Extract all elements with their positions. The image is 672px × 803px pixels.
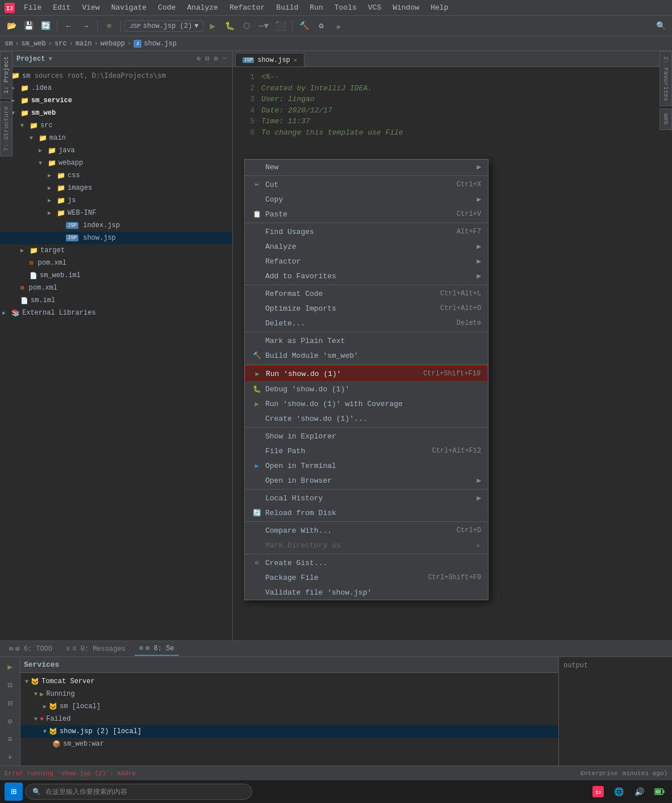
tree-item-smwebiml[interactable]: 📄 sm_web.iml [0, 269, 232, 282]
ctx-find-usages[interactable]: Find Usages Alt+F7 [245, 224, 488, 239]
panel-title-arrow[interactable]: ▼ [48, 56, 52, 62]
menu-run[interactable]: Run [305, 2, 327, 13]
toolbar-bookmark-btn[interactable]: ⊕ [101, 18, 117, 34]
tree-item-css[interactable]: ▶ 📁 css [0, 169, 232, 182]
tree-item-sm-root[interactable]: ▼ 📁 sm sources root, D:\IdeaProjects\sm [0, 69, 232, 82]
search-everywhere-btn[interactable]: 🔍 [653, 18, 669, 34]
tree-item-js[interactable]: ▶ 📁 js [0, 194, 232, 207]
menu-file[interactable]: File [19, 2, 46, 13]
settings-btn[interactable]: ⚙ [313, 18, 329, 34]
ctx-cut[interactable]: ✂ Cut Ctrl+X [245, 177, 488, 192]
menu-window[interactable]: Window [388, 2, 424, 13]
tree-item-idea[interactable]: ▶ 📁 .idea [0, 82, 232, 94]
tree-item-extlibs[interactable]: ▶ 📚 External Libraries [0, 307, 232, 319]
menu-navigate[interactable]: Navigate [107, 2, 151, 13]
ctx-open-browser[interactable]: Open in Browser ▶ [245, 473, 488, 488]
taskbar-icon-network[interactable]: 🌐 [611, 784, 627, 800]
menu-refactor[interactable]: Refactor [225, 2, 269, 13]
breadcrumb-smweb[interactable]: sm_web [22, 40, 46, 48]
tree-item-java[interactable]: ▶ 📁 java [0, 144, 232, 157]
left-tab-structure[interactable]: 7: Structure [0, 101, 12, 156]
tree-item-pomxml-smweb[interactable]: m pom.xml [0, 257, 232, 269]
locate-btn[interactable]: ⊕ [195, 53, 202, 64]
bottom-tab-messages[interactable]: ≡ ≡ 0: Messages [61, 642, 130, 656]
tree-item-smiml[interactable]: 📄 sm.iml [0, 294, 232, 307]
ctx-compare-with[interactable]: Compare With... Ctrl+D [245, 523, 488, 538]
minimize-btn[interactable]: — [222, 53, 228, 64]
ctx-local-history[interactable]: Local History ▶ [245, 491, 488, 505]
tree-item-sm-service[interactable]: ▶ 📁 sm_service [0, 94, 232, 107]
taskbar-start-btn[interactable]: ⊞ [5, 783, 23, 801]
srv-item-running[interactable]: ▼ ▶ Running [20, 688, 558, 700]
tree-item-main[interactable]: ▼ 📁 main [0, 132, 232, 144]
ctx-open-terminal[interactable]: ▶ Open in Terminal [245, 458, 488, 473]
menu-help[interactable]: Help [426, 2, 453, 13]
srv-filter-btn[interactable]: ⊙ [2, 713, 18, 729]
menu-vcs[interactable]: VCS [364, 2, 386, 13]
tab-close-btn[interactable]: ✕ [294, 57, 297, 64]
breadcrumb-src[interactable]: src [55, 40, 67, 48]
toolbar-save-btn[interactable]: 💾 [20, 18, 36, 34]
tree-item-webapp[interactable]: ▼ 📁 webapp [0, 157, 232, 169]
coverage-btn[interactable]: ⬡ [239, 18, 254, 34]
toolbar-forward-btn[interactable]: → [78, 18, 94, 34]
srv-collapse-btn[interactable]: ⊟ [2, 696, 18, 712]
srv-item-sm-local[interactable]: ▶ 🐱 sm [local] [20, 700, 558, 713]
bottom-tab-todo[interactable]: ⊞ ⊞ 6: TODO [5, 642, 57, 656]
menu-code[interactable]: Code [153, 2, 180, 13]
srv-stop-all-btn[interactable]: ⊡ [2, 677, 18, 693]
left-tab-project[interactable]: 1: Project [0, 51, 12, 99]
ctx-validate-file[interactable]: Validate file 'show.jsp' [245, 585, 488, 600]
run-config-dropdown[interactable]: JSP show.jsp (2) ▼ [124, 20, 203, 32]
breadcrumb-sm[interactable]: sm [5, 40, 12, 48]
ctx-refactor[interactable]: Refactor ▶ [245, 254, 488, 269]
srv-item-smwebwar[interactable]: 📦 sm_web:war [20, 738, 558, 750]
tree-item-sm-web[interactable]: ▼ 📁 sm_web [0, 107, 232, 119]
ctx-paste[interactable]: 📋 Paste Ctrl+V [245, 207, 488, 221]
toolbar-back-btn[interactable]: ← [61, 18, 77, 34]
ctx-reformat[interactable]: Reformat Code Ctrl+Alt+L [245, 286, 488, 301]
srv-item-showjsp2[interactable]: ▼ 🐱 show.jsp (2) [local] [20, 725, 558, 738]
ctx-run-show[interactable]: ▶ Run 'show.do (1)' Ctrl+Shift+F10 [245, 366, 488, 382]
collapse-btn[interactable]: ⊟ [204, 53, 210, 64]
build-btn[interactable]: 🔨 [296, 18, 312, 34]
ctx-copy[interactable]: Copy ▶ [245, 192, 488, 207]
taskbar-search[interactable]: 🔍 在这里输入你要搜索的内容 [25, 784, 252, 800]
tree-item-target[interactable]: ▶ 📁 target [0, 244, 232, 257]
ctx-show-explorer[interactable]: Show in Explorer [245, 429, 488, 444]
srv-item-tomcat[interactable]: ▼ 🐱 Tomcat Server [20, 675, 558, 688]
breadcrumb-webapp[interactable]: webapp [101, 40, 125, 48]
srv-item-failed[interactable]: ▼ ● Failed [20, 713, 558, 725]
menu-tools[interactable]: Tools [330, 2, 361, 13]
tree-item-showjsp[interactable]: JSP show.jsp [0, 232, 232, 244]
menu-view[interactable]: View [77, 2, 104, 13]
editor-tab-showjsp[interactable]: JSP show.jsp ✕ [235, 53, 304, 66]
srv-add-btn[interactable]: + [2, 750, 18, 766]
tree-item-pomxml-sm[interactable]: m pom.xml [0, 282, 232, 294]
bottom-tab-services[interactable]: ⊙ ⊙ 8: Se [135, 642, 179, 656]
ctx-reload-disk[interactable]: 🔄 Reload from Disk [245, 505, 488, 520]
sdk-btn[interactable]: ☕ [330, 18, 346, 34]
srv-run-btn[interactable]: ▶ [2, 659, 18, 675]
debug-btn[interactable]: 🐛 [222, 18, 237, 34]
gear-btn[interactable]: ⚙ [213, 53, 219, 64]
ctx-mark-directory[interactable]: Mark Directory as ▶ [245, 538, 488, 553]
ctx-add-favorites[interactable]: Add to Favorites ▶ [245, 269, 488, 283]
taskbar-icon-sound[interactable]: 🔊 [631, 784, 647, 800]
ctx-analyze[interactable]: Analyze ▶ [245, 239, 488, 254]
ctx-create-show[interactable]: Create 'show.do (1)'... [245, 411, 488, 426]
menu-build[interactable]: Build [272, 2, 303, 13]
breadcrumb-showjsp[interactable]: show.jsp [144, 40, 177, 48]
stop-btn[interactable]: ⬛ [273, 18, 289, 34]
tree-item-webinf[interactable]: ▶ 📁 WEB-INF [0, 207, 232, 219]
breadcrumb-main[interactable]: main [76, 40, 92, 48]
tree-item-indexjsp[interactable]: JSP index.jsp [0, 219, 232, 232]
tree-item-src[interactable]: ▼ 📁 src [0, 119, 232, 132]
ctx-debug-show[interactable]: 🐛 Debug 'show.do (1)' [245, 382, 488, 396]
run-btn[interactable]: ▶ [204, 18, 220, 34]
ctx-build-module[interactable]: 🔨 Build Module 'sm_web' [245, 348, 488, 363]
more-run-btn[interactable]: ⋯▼ [256, 18, 272, 34]
right-tab-web[interactable]: Web [660, 108, 672, 130]
ctx-mark-plain[interactable]: Mark as Plain Text [245, 333, 488, 348]
srv-sort-btn[interactable]: ≡ [2, 731, 18, 747]
